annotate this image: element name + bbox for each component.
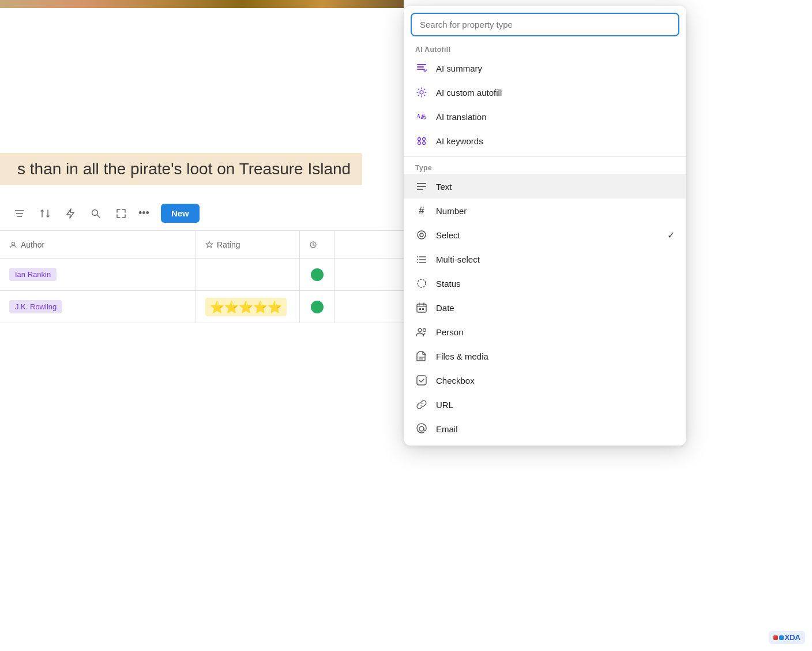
checkbox-label: Checkbox <box>436 376 475 386</box>
ai-translation-label: AI translation <box>436 112 487 122</box>
person-label: Person <box>436 327 464 337</box>
xda-sq-blue <box>779 635 784 640</box>
author-header: Author <box>0 231 196 258</box>
sort-icon[interactable] <box>37 205 53 222</box>
search-icon[interactable] <box>88 205 104 222</box>
number-label: Number <box>436 206 467 216</box>
svg-rect-7 <box>417 66 424 68</box>
menu-item-multi-select[interactable]: Multi-select <box>404 247 686 271</box>
checkbox-icon <box>415 374 428 387</box>
svg-point-11 <box>418 138 421 141</box>
svg-point-18 <box>418 231 426 239</box>
menu-item-files-media[interactable]: Files & media <box>404 344 686 368</box>
type-section-label: Type <box>404 160 686 174</box>
stars-2: ⭐⭐⭐⭐⭐ <box>205 298 287 316</box>
multi-select-label: Multi-select <box>436 255 480 264</box>
email-icon <box>415 422 428 435</box>
multi-select-icon <box>415 253 428 265</box>
rating-cell-1 <box>196 259 300 290</box>
svg-rect-8 <box>417 69 425 70</box>
date-label: Date <box>436 303 454 313</box>
svg-point-34 <box>423 329 426 332</box>
filter-icon[interactable] <box>12 205 28 222</box>
author-cell-1: Ian Rankin <box>0 259 196 290</box>
author-header-label: Author <box>21 240 44 249</box>
xda-logo: XDA <box>769 631 805 644</box>
menu-item-ai-translation[interactable]: Aあ AI translation <box>404 104 686 129</box>
menu-item-number[interactable]: # Number <box>404 199 686 223</box>
menu-item-status[interactable]: Status <box>404 271 686 295</box>
status-cell-2 <box>300 291 334 323</box>
select-label: Select <box>436 230 460 240</box>
svg-point-3 <box>92 209 98 215</box>
svg-point-26 <box>418 279 426 287</box>
rating-header-label: Rating <box>217 240 240 249</box>
ai-keywords-label: AI keywords <box>436 136 483 146</box>
email-label: Email <box>436 424 458 434</box>
person-icon <box>415 326 428 338</box>
top-image-strip <box>0 0 404 8</box>
quote-text: s than in all the pirate's loot on Treas… <box>0 153 362 185</box>
xda-text: XDA <box>785 633 800 642</box>
svg-point-12 <box>423 138 426 141</box>
status-label: Status <box>436 279 461 289</box>
new-button[interactable]: New <box>161 204 200 223</box>
status-circle-1 <box>311 268 324 281</box>
table-row: J.K. Rowling ⭐⭐⭐⭐⭐ <box>0 291 404 323</box>
section-divider <box>404 156 686 157</box>
ai-autofill-section-label: AI Autofill <box>404 42 686 56</box>
menu-item-checkbox[interactable]: Checkbox <box>404 368 686 392</box>
text-label: Text <box>436 182 452 192</box>
bolt-icon[interactable] <box>62 205 78 222</box>
ai-keywords-icon <box>415 134 428 147</box>
status-cell-1 <box>300 259 334 290</box>
svg-point-38 <box>419 426 424 431</box>
table-row: Ian Rankin <box>0 259 404 291</box>
svg-point-33 <box>418 328 422 332</box>
menu-item-ai-custom-autofill[interactable]: AI custom autofill <box>404 80 686 104</box>
xda-sq-red <box>773 635 778 640</box>
ai-custom-label: AI custom autofill <box>436 88 502 98</box>
svg-rect-31 <box>419 308 421 310</box>
select-checkmark: ✓ <box>667 230 675 241</box>
url-icon <box>415 398 428 411</box>
xda-squares <box>773 635 784 640</box>
files-icon <box>415 350 428 362</box>
svg-rect-6 <box>417 64 426 65</box>
menu-item-url[interactable]: URL <box>404 392 686 417</box>
svg-rect-32 <box>422 308 424 310</box>
table-area: Author Rating Ian Rankin <box>0 231 404 651</box>
author-tag-2: J.K. Rowling <box>9 300 62 313</box>
ai-summary-icon <box>415 62 428 74</box>
rating-header: Rating <box>196 231 300 258</box>
number-icon: # <box>415 204 428 217</box>
url-label: URL <box>436 400 453 410</box>
status-circle-2 <box>311 301 324 313</box>
svg-point-14 <box>423 142 426 145</box>
property-type-dropdown: AI Autofill AI summary AI custom autofil… <box>404 6 686 446</box>
menu-item-text[interactable]: Text <box>404 174 686 199</box>
svg-point-4 <box>12 242 15 245</box>
menu-item-select[interactable]: Select ✓ <box>404 223 686 247</box>
text-icon <box>415 180 428 193</box>
rating-cell-2: ⭐⭐⭐⭐⭐ <box>196 291 300 323</box>
status-icon <box>415 277 428 290</box>
author-tag-1: Ian Rankin <box>9 268 57 281</box>
menu-item-email[interactable]: Email <box>404 417 686 441</box>
svg-point-13 <box>418 142 421 145</box>
svg-rect-27 <box>417 304 426 312</box>
expand-icon[interactable] <box>113 205 129 222</box>
svg-text:Aあ: Aあ <box>416 113 426 119</box>
toolbar: ••• New <box>0 196 404 231</box>
search-input[interactable] <box>411 13 679 36</box>
menu-item-ai-summary[interactable]: AI summary <box>404 56 686 80</box>
menu-item-person[interactable]: Person <box>404 320 686 344</box>
more-options-icon[interactable]: ••• <box>138 207 149 219</box>
svg-rect-37 <box>417 376 426 385</box>
date-icon <box>415 301 428 314</box>
search-box <box>411 13 679 36</box>
table-header: Author Rating <box>0 231 404 259</box>
select-icon <box>415 229 428 241</box>
menu-item-ai-keywords[interactable]: AI keywords <box>404 129 686 153</box>
menu-item-date[interactable]: Date <box>404 295 686 320</box>
